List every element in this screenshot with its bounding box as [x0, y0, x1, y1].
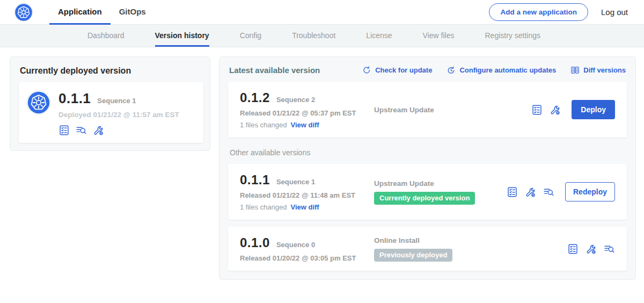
version-row-0-1-0: 0.1.0 Sequence 0 Released 01/20/22 @ 03:…: [228, 227, 627, 271]
version-row-0-1-2: 0.1.2 Sequence 2 Released 01/21/22 @ 05:…: [228, 82, 627, 138]
version-source-label: Upstream Update: [374, 179, 507, 187]
redeploy-button[interactable]: Redeploy: [565, 182, 615, 201]
app-tabs: Application GitOps: [49, 0, 155, 25]
preflight-checks-icon[interactable]: [507, 186, 518, 198]
files-changed-label: 1 files changed: [240, 121, 287, 129]
tab-view-files[interactable]: View files: [423, 25, 455, 47]
logout-button[interactable]: Log out: [601, 8, 628, 17]
currently-deployed-badge: Currently deployed version: [374, 192, 475, 205]
config-wrench-icon[interactable]: [525, 186, 536, 198]
available-versions-panel: Latest available version Check for updat…: [219, 56, 636, 280]
preflight-checks-icon[interactable]: [567, 243, 579, 255]
version-row-0-1-1: 0.1.1 Sequence 1 Released 01/21/22 @ 11:…: [228, 164, 627, 220]
version-number: 0.1.0: [240, 235, 270, 250]
diff-versions-link[interactable]: Diff versions: [570, 66, 626, 75]
sequence-label: Sequence 0: [276, 241, 315, 249]
version-source-label: Online Install: [374, 236, 567, 244]
view-diff-link[interactable]: View diff: [290, 121, 319, 129]
check-for-update-label: Check for update: [375, 66, 432, 74]
diff-icon: [570, 66, 580, 75]
add-new-application-button[interactable]: Add a new application: [489, 3, 588, 21]
deploy-button[interactable]: Deploy: [572, 100, 615, 119]
sequence-label: Sequence 2: [276, 96, 315, 104]
tab-registry-settings[interactable]: Registry settings: [485, 25, 540, 47]
config-wrench-icon[interactable]: [93, 125, 104, 136]
kubernetes-logo-icon: [14, 3, 33, 22]
deploy-logs-icon[interactable]: [604, 243, 615, 255]
released-timestamp: Released 01/21/22 @ 11:48 am EST: [240, 191, 374, 199]
schedule-icon: [447, 66, 456, 75]
configure-automatic-updates-link[interactable]: Configure automatic updates: [447, 66, 556, 75]
released-timestamp: Released 01/20/22 @ 03:05 pm EST: [240, 254, 374, 262]
previously-deployed-badge: Previously deployed: [374, 249, 452, 262]
check-for-update-link[interactable]: Check for update: [362, 66, 432, 75]
view-diff-link[interactable]: View diff: [290, 203, 319, 211]
version-number: 0.1.1: [240, 172, 270, 187]
deployed-timestamp: Deployed 01/21/22 @ 11:57 am EST: [58, 111, 179, 119]
top-header: Application GitOps Add a new application…: [0, 0, 644, 25]
currently-deployed-title: Currently deployed version: [20, 66, 203, 76]
config-wrench-icon[interactable]: [586, 243, 597, 255]
tab-gitops[interactable]: GitOps: [111, 0, 155, 25]
currently-deployed-card: Currently deployed version 0.1.1 Sequenc…: [10, 56, 210, 151]
sequence-label: Sequence 1: [276, 178, 315, 186]
tab-license[interactable]: License: [366, 25, 392, 47]
deploy-logs-icon[interactable]: [76, 125, 87, 136]
tab-troubleshoot[interactable]: Troubleshoot: [292, 25, 335, 47]
diff-versions-label: Diff versions: [583, 66, 626, 74]
preflight-checks-icon[interactable]: [531, 104, 543, 116]
section-nav: Dashboard Version history Config Trouble…: [0, 25, 644, 47]
deployed-sequence-label: Sequence 1: [97, 97, 136, 105]
tab-config[interactable]: Config: [240, 25, 261, 47]
config-wrench-icon[interactable]: [550, 104, 561, 116]
preflight-checks-icon[interactable]: [58, 125, 70, 136]
tab-dashboard[interactable]: Dashboard: [87, 25, 125, 47]
deployed-version-number: 0.1.1: [58, 90, 91, 107]
files-changed-label: 1 files changed: [240, 203, 287, 211]
tab-application[interactable]: Application: [49, 0, 111, 25]
version-number: 0.1.2: [240, 90, 270, 105]
deploy-logs-icon[interactable]: [543, 186, 554, 198]
deployed-version-card: 0.1.1 Sequence 1 Deployed 01/21/22 @ 11:…: [19, 82, 203, 143]
released-timestamp: Released 01/21/22 @ 05:37 pm EST: [240, 109, 374, 117]
app-logo-icon: [26, 90, 51, 115]
configure-automatic-updates-label: Configure automatic updates: [459, 66, 556, 74]
tab-version-history[interactable]: Version history: [155, 25, 209, 47]
latest-available-title: Latest available version: [229, 66, 348, 75]
other-available-versions-title: Other available versions: [230, 148, 627, 157]
refresh-icon: [362, 66, 371, 75]
version-source-label: Upstream Update: [374, 106, 531, 114]
